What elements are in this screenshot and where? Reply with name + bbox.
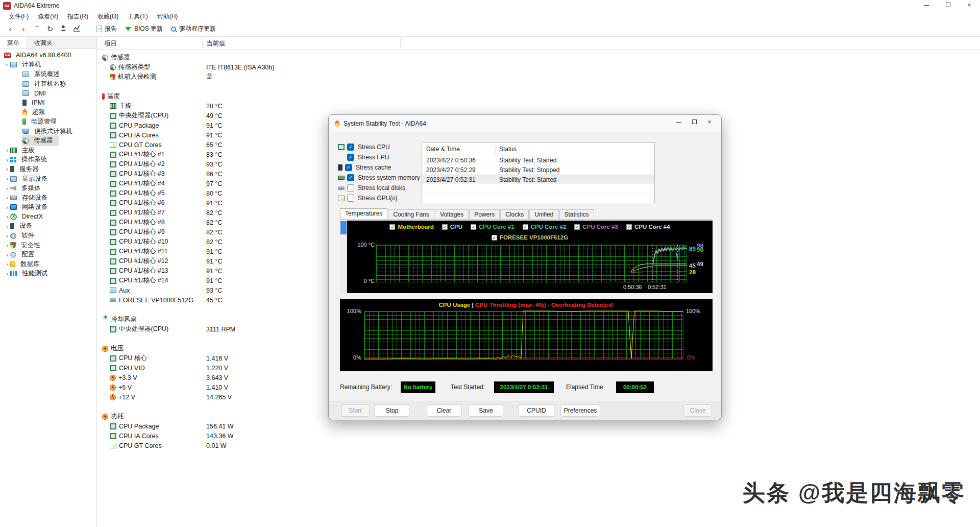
chevron-right-icon[interactable]: ›: [4, 261, 10, 267]
stop-button[interactable]: Stop: [375, 404, 409, 417]
chevron-right-icon[interactable]: ›: [4, 166, 10, 172]
chevron-right-icon[interactable]: ›: [4, 204, 10, 210]
legend-item[interactable]: ✓CPU Core #3: [574, 224, 618, 230]
tab-voltages[interactable]: Voltages: [435, 209, 469, 219]
sidebar-item-operating-system[interactable]: ›操作系统: [0, 155, 96, 165]
sensor-row[interactable]: 机箱入侵检测是: [97, 72, 980, 82]
sidebar-item-display-devices[interactable]: ›显示设备: [0, 174, 96, 184]
driver-update-button[interactable]: 驱动程序更新: [167, 23, 220, 35]
menu-item-favorites[interactable]: 收藏(O): [93, 11, 123, 22]
menu-item-view[interactable]: 查看(V): [33, 11, 63, 22]
legend-checkbox[interactable]: ✓: [523, 224, 528, 230]
sidebar-item-portable-computer[interactable]: 便携式计算机: [0, 127, 96, 136]
chevron-right-icon[interactable]: ›: [4, 223, 10, 229]
sensor-row[interactable]: 传感器类型ITE IT8613E (ISA A30h): [97, 62, 980, 72]
minimize-button[interactable]: [916, 0, 937, 11]
tab-temperatures[interactable]: Temperatures: [340, 208, 387, 219]
sensor-row[interactable]: CPU Package156.41 W: [97, 421, 980, 431]
checkbox-fpu[interactable]: ✓: [347, 154, 354, 161]
legend-item[interactable]: ✓Motherboard: [389, 224, 433, 230]
back-button[interactable]: ‹: [4, 23, 16, 35]
dialog-close-button[interactable]: ×: [702, 117, 717, 128]
menu-item-help[interactable]: 帮助(H): [153, 11, 183, 22]
sidebar-item-benchmark[interactable]: ›性能测试: [0, 269, 96, 279]
sidebar-item-ipmi[interactable]: IPMI: [0, 98, 96, 108]
tab-statistics[interactable]: Statistics: [559, 209, 594, 219]
start-button[interactable]: Start: [341, 404, 370, 417]
menu-item-tools[interactable]: 工具(T): [123, 11, 152, 22]
legend-checkbox[interactable]: ✓: [471, 224, 476, 230]
dialog-maximize-button[interactable]: [687, 117, 702, 128]
dialog-minimize-button[interactable]: [671, 117, 687, 128]
legend-checkbox[interactable]: ✓: [574, 224, 580, 230]
log-row[interactable]: 2023/4/27 0:50:36Stability Test: Started: [422, 155, 654, 165]
sidebar-item-sensor[interactable]: 传感器: [0, 136, 96, 146]
chevron-right-icon[interactable]: ›: [4, 213, 10, 220]
preferences-button[interactable]: Preferences: [560, 404, 600, 417]
menu-item-file[interactable]: 文件(F): [4, 11, 33, 22]
chevron-right-icon[interactable]: ›: [4, 233, 10, 239]
legend-item[interactable]: ✓CPU Core #2: [523, 224, 567, 230]
sensor-row[interactable]: 主板28 °C: [97, 101, 980, 111]
legend-checkbox[interactable]: ✓: [442, 224, 448, 230]
sensor-row[interactable]: CPU IA Cores143.36 W: [97, 431, 980, 441]
checkbox-disks[interactable]: [347, 184, 354, 191]
legend-item[interactable]: ✓CPU Core #4: [626, 224, 670, 230]
tab-cooling-fans[interactable]: Cooling Fans: [388, 209, 434, 219]
legend-item[interactable]: ✓CPU Core #1: [471, 224, 514, 230]
sidebar-item-directx[interactable]: ›XDirectX: [0, 212, 96, 222]
cpuid-button[interactable]: CPUID: [519, 404, 554, 417]
column-divider[interactable]: [400, 38, 401, 48]
log-row[interactable]: 2023/4/27 0:52:29Stability Test: Stopped: [422, 165, 654, 175]
sidebar-item-config[interactable]: ›配置: [0, 250, 96, 259]
close-button[interactable]: ×: [959, 0, 980, 11]
sidebar-item-security[interactable]: ›安全性: [0, 241, 96, 250]
legend-item[interactable]: ✓CPU: [442, 224, 462, 230]
sidebar-item-system-overview[interactable]: 系统概述: [0, 69, 96, 79]
forward-button[interactable]: ›: [17, 23, 30, 35]
sidebar-item-power-management[interactable]: 电源管理: [0, 117, 96, 127]
sidebar-item-aida-root[interactable]: 64AIDA64 v6.88.6400: [0, 51, 96, 60]
sidebar-item-computer-name[interactable]: 计算机名称: [0, 79, 96, 89]
sidebar-item-motherboard[interactable]: ›主板: [0, 146, 96, 155]
save-button[interactable]: Save: [469, 404, 503, 417]
sensor-row[interactable]: CPU GT Cores0.01 W: [97, 441, 980, 450]
sidebar-item-multimedia[interactable]: ›多媒体: [0, 183, 96, 193]
sidebar-item-software[interactable]: ›软件: [0, 231, 96, 241]
sidebar-tab-menu[interactable]: 菜单: [0, 37, 27, 49]
sidebar-item-devices[interactable]: ›设备: [0, 222, 96, 231]
legend-checkbox[interactable]: ✓: [389, 224, 395, 230]
clear-button[interactable]: Clear: [427, 404, 461, 417]
column-header-value[interactable]: 当前值: [206, 39, 226, 48]
chevron-right-icon[interactable]: ›: [4, 185, 10, 191]
log-row[interactable]: 2023/4/27 0:52:31Stability Test: Started: [422, 175, 654, 184]
report-button[interactable]: 报告: [92, 23, 121, 35]
refresh-button[interactable]: ↻: [44, 23, 56, 35]
column-header-item[interactable]: 项目: [104, 39, 117, 48]
legend-checkbox[interactable]: ✓: [492, 235, 497, 241]
chevron-right-icon[interactable]: ›: [4, 195, 10, 201]
scrollbar-thumb[interactable]: [340, 221, 347, 234]
checkbox-cache[interactable]: ✓: [345, 164, 352, 171]
graph-button[interactable]: [70, 23, 83, 35]
checkbox-gpu[interactable]: [347, 195, 354, 202]
sidebar-item-computer[interactable]: ›计算机: [0, 60, 96, 70]
chevron-right-icon[interactable]: ›: [4, 147, 10, 153]
menu-item-report[interactable]: 报告(R): [63, 11, 93, 22]
checkbox-cpu[interactable]: ✓: [347, 143, 354, 151]
chart-scrollbar[interactable]: [340, 221, 347, 293]
sidebar-item-network-devices[interactable]: ›网络设备: [0, 203, 96, 212]
chevron-right-icon[interactable]: ›: [4, 176, 10, 182]
chevron-down-icon[interactable]: ›: [4, 62, 10, 68]
bios-update-button[interactable]: BIOS 更新: [121, 23, 167, 35]
sidebar-item-database[interactable]: ›数据库: [0, 259, 96, 269]
legend-checkbox[interactable]: ✓: [626, 224, 632, 230]
tab-powers[interactable]: Powers: [469, 209, 500, 219]
sidebar-item-storage-devices[interactable]: ›存储设备: [0, 193, 96, 203]
up-button[interactable]: ˆ: [31, 23, 43, 35]
legend-item[interactable]: ✓FORESEE VP1000F512G: [492, 234, 568, 241]
tab-unified[interactable]: Unified: [529, 209, 558, 219]
sidebar-item-dmi[interactable]: DMI: [0, 88, 96, 98]
close-button[interactable]: Close: [683, 404, 712, 417]
log-column-status[interactable]: Status: [499, 146, 517, 153]
